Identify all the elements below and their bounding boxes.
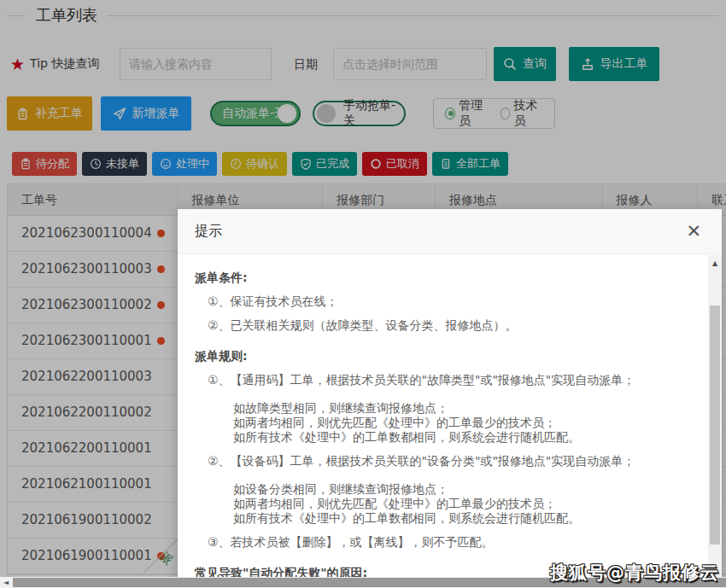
modal-rule-subline: 如两者均相同，则优先匹配《处理中》的工单最少的技术员； <box>233 416 703 430</box>
modal-rule-subline: 如故障类型相同，则继续查询报修地点； <box>233 401 703 416</box>
scroll-thumb[interactable] <box>710 306 720 544</box>
modal-rule-item: ①、【通用码】工单，根据技术员关联的"故障类型"或"报修地点"实现自动派单； <box>208 373 703 387</box>
modal-rule-item: ③、若技术员被【删除】，或【离线】，则不予匹配。 <box>208 535 703 550</box>
modal-rule-subline: 如两者均相同，则优先匹配《处理中》的工单最少的技术员； <box>233 497 703 511</box>
modal-section-heading: 派单规则: <box>195 349 703 364</box>
modal-scrollbar[interactable]: ▲ ▼ <box>708 255 722 588</box>
modal-section-heading: 派单条件: <box>195 271 703 285</box>
hscroll-left-arrow[interactable]: ◄ <box>0 577 12 588</box>
modal-rule-sublines: 如故障类型相同，则继续查询报修地点；如两者均相同，则优先匹配《处理中》的工单最少… <box>233 401 703 445</box>
modal-rule-subline: 如设备分类相同，则继续查询报修地点； <box>233 482 703 497</box>
scroll-up-arrow[interactable]: ▲ <box>708 257 722 271</box>
modal-rule-item: ①、保证有技术员在线； <box>208 294 703 309</box>
tip-modal: 提示 ✕ 派单条件:①、保证有技术员在线；②、已关联相关规则（故障类型、设备分类… <box>178 209 722 588</box>
modal-rule-item: ②、【设备码】工单，根据技术员关联的"设备分类"或"报修地点"实现自动派单； <box>208 454 703 469</box>
modal-title: 提示 <box>195 223 682 241</box>
modal-rule-item: ②、已关联相关规则（故障类型、设备分类、报修地点）。 <box>208 318 703 333</box>
modal-rule-subline: 如所有技术《处理中》的工单数都相同，则系统会进行随机匹配。 <box>233 430 703 445</box>
modal-body: 派单条件:①、保证有技术员在线；②、已关联相关规则（故障类型、设备分类、报修地点… <box>178 255 708 588</box>
modal-rule-sublines: 如设备分类相同，则继续查询报修地点；如两者均相同，则优先匹配《处理中》的工单最少… <box>233 482 703 526</box>
modal-rule-subline: 如所有技术《处理中》的工单数都相同，则系统会进行随机匹配。 <box>233 511 703 526</box>
modal-header: 提示 ✕ <box>178 209 722 254</box>
watermark: 搜狐号@青鸟报修云 <box>550 561 719 585</box>
close-icon[interactable]: ✕ <box>682 221 705 242</box>
